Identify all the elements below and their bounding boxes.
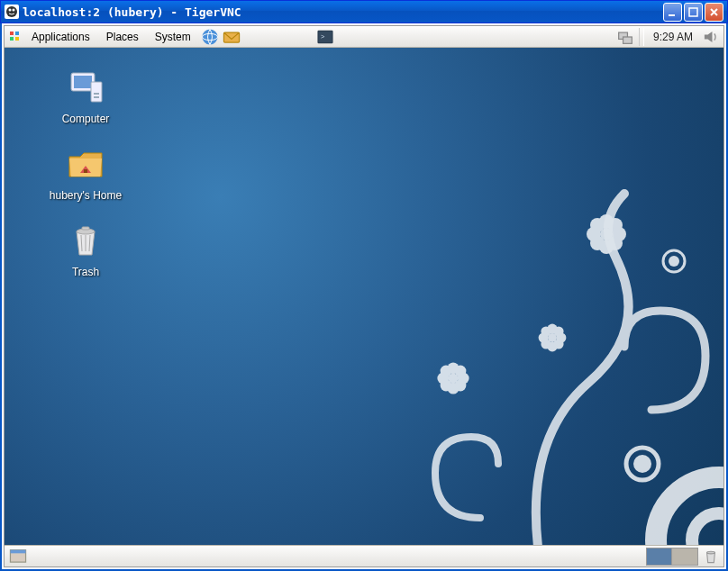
email-launcher-icon[interactable] bbox=[222, 27, 241, 47]
home-folder-icon bbox=[64, 142, 107, 186]
svg-point-19 bbox=[633, 455, 651, 473]
svg-point-46 bbox=[441, 366, 452, 377]
workspace-1[interactable] bbox=[647, 548, 672, 565]
svg-point-47 bbox=[455, 366, 467, 377]
applications-menu[interactable]: Applications bbox=[24, 29, 97, 45]
svg-rect-53 bbox=[94, 93, 99, 95]
svg-point-39 bbox=[541, 339, 551, 349]
remote-desktop: Applications Places System > 9:29 AM bbox=[4, 25, 724, 567]
tigervnc-icon bbox=[5, 5, 19, 19]
svg-rect-62 bbox=[10, 549, 25, 553]
gnome-top-panel: Applications Places System > 9:29 AM bbox=[5, 26, 723, 48]
computer-label: Computer bbox=[62, 113, 110, 125]
svg-text:>: > bbox=[321, 32, 324, 41]
svg-rect-51 bbox=[74, 76, 92, 88]
svg-point-38 bbox=[553, 326, 563, 336]
panel-spacer: > bbox=[243, 27, 614, 47]
svg-rect-55 bbox=[84, 169, 87, 173]
computer-icon bbox=[64, 66, 107, 109]
svg-rect-52 bbox=[91, 82, 102, 102]
svg-rect-8 bbox=[15, 37, 19, 41]
svg-rect-6 bbox=[15, 32, 19, 35]
svg-point-28 bbox=[590, 218, 605, 232]
svg-point-21 bbox=[669, 256, 679, 267]
svg-rect-4 bbox=[689, 8, 697, 16]
svg-point-37 bbox=[541, 326, 551, 336]
workspace-2[interactable] bbox=[672, 548, 697, 565]
vnc-frame: Applications Places System > 9:29 AM bbox=[0, 23, 728, 571]
system-menu[interactable]: System bbox=[148, 29, 198, 45]
window-controls bbox=[663, 3, 723, 22]
svg-point-9 bbox=[202, 29, 217, 44]
svg-point-2 bbox=[13, 9, 15, 12]
places-menu[interactable]: Places bbox=[99, 29, 146, 45]
gnome-foot-icon bbox=[8, 30, 23, 44]
volume-tray-icon[interactable] bbox=[700, 27, 720, 47]
applications-menu-label: Applications bbox=[32, 31, 90, 43]
svg-point-0 bbox=[6, 6, 17, 17]
svg-rect-5 bbox=[10, 32, 14, 35]
browser-launcher-icon[interactable] bbox=[200, 27, 220, 47]
terminal-launcher-icon[interactable]: > bbox=[315, 27, 335, 47]
minimize-button[interactable] bbox=[663, 3, 682, 22]
svg-point-18 bbox=[692, 513, 723, 545]
svg-rect-3 bbox=[669, 14, 675, 16]
svg-point-48 bbox=[441, 380, 452, 392]
home-label: hubery's Home bbox=[50, 189, 122, 202]
system-menu-label: System bbox=[155, 31, 191, 43]
desktop-area[interactable]: Computer hubery's Home Trash bbox=[5, 48, 723, 545]
network-tray-icon[interactable] bbox=[615, 27, 635, 47]
panel-separator bbox=[639, 28, 644, 46]
svg-point-40 bbox=[553, 339, 563, 349]
svg-rect-7 bbox=[10, 37, 14, 41]
svg-rect-54 bbox=[94, 96, 99, 98]
wallpaper-decoration bbox=[309, 131, 723, 545]
trash-icon bbox=[64, 219, 107, 262]
trash-label: Trash bbox=[72, 266, 99, 278]
show-desktop-button[interactable] bbox=[8, 547, 28, 566]
svg-point-29 bbox=[608, 218, 623, 232]
desktop-icon-computer[interactable]: Computer bbox=[41, 66, 131, 125]
svg-point-31 bbox=[608, 236, 623, 250]
svg-point-49 bbox=[455, 380, 467, 392]
desktop-icon-trash[interactable]: Trash bbox=[41, 219, 131, 278]
window-titlebar[interactable]: localhost:2 (hubery) - TigerVNC bbox=[0, 0, 728, 23]
svg-point-63 bbox=[707, 551, 715, 554]
maximize-button[interactable] bbox=[684, 3, 703, 22]
workspace-switcher[interactable] bbox=[646, 548, 698, 566]
places-menu-label: Places bbox=[106, 31, 139, 43]
svg-point-1 bbox=[9, 9, 12, 12]
panel-trash-applet[interactable] bbox=[702, 548, 720, 566]
svg-rect-57 bbox=[82, 227, 89, 230]
window-title: localhost:2 (hubery) - TigerVNC bbox=[23, 5, 663, 19]
svg-point-30 bbox=[590, 236, 605, 250]
close-button[interactable] bbox=[705, 3, 723, 22]
gnome-bottom-panel bbox=[5, 545, 723, 566]
panel-clock[interactable]: 9:29 AM bbox=[648, 31, 698, 43]
svg-rect-16 bbox=[623, 37, 632, 43]
desktop-icon-home[interactable]: hubery's Home bbox=[41, 142, 131, 202]
